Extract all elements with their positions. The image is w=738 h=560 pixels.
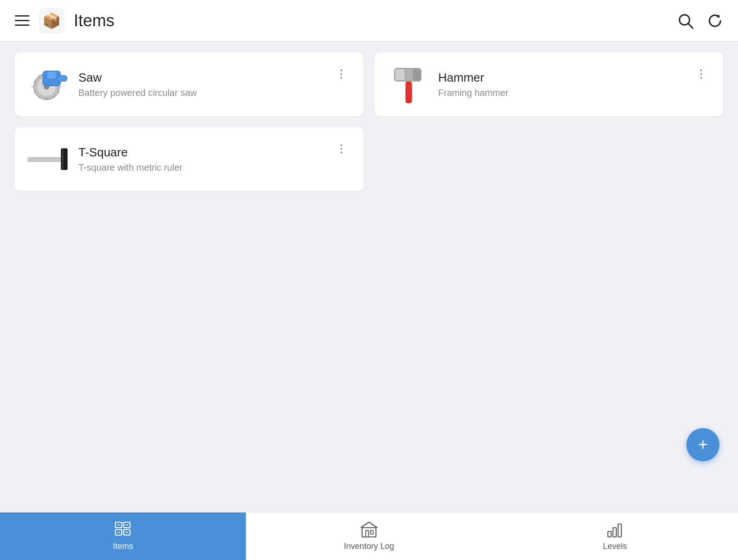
tsquare-icon bbox=[28, 138, 69, 180]
nav-inventory-log[interactable]: Inventory Log bbox=[246, 512, 492, 560]
svg-rect-26 bbox=[405, 81, 412, 103]
inventory-log-nav-icon bbox=[360, 521, 378, 538]
svg-rect-51 bbox=[608, 531, 611, 537]
saw-info: Saw Battery powered circular saw bbox=[78, 71, 323, 98]
svg-rect-49 bbox=[366, 530, 369, 537]
nav-levels-label: Levels bbox=[603, 542, 627, 551]
svg-rect-1 bbox=[15, 20, 30, 21]
page-title: Items bbox=[74, 11, 114, 30]
item-card-hammer[interactable]: Hammer Framing hammer ⋮ bbox=[375, 53, 723, 116]
items-grid: Saw Battery powered circular saw ⋮ bbox=[0, 42, 738, 213]
svg-rect-48 bbox=[362, 528, 376, 537]
hammer-image bbox=[390, 64, 427, 105]
item-card-tsquare[interactable]: T-Square T-square with metric ruler ⋮ bbox=[15, 127, 363, 191]
app-icon: 📦 bbox=[39, 8, 65, 34]
svg-rect-52 bbox=[613, 528, 616, 537]
svg-rect-39 bbox=[62, 149, 64, 170]
hammer-description: Framing hammer bbox=[438, 88, 683, 98]
tsquare-info: T-Square T-square with metric ruler bbox=[78, 145, 323, 173]
hammer-icon bbox=[387, 64, 429, 105]
refresh-icon bbox=[707, 12, 723, 29]
tsquare-menu-button[interactable]: ⋮ bbox=[332, 138, 351, 159]
saw-icon bbox=[28, 64, 69, 105]
svg-rect-24 bbox=[48, 72, 56, 78]
saw-description: Battery powered circular saw bbox=[78, 88, 323, 98]
hamburger-icon bbox=[15, 15, 30, 26]
nav-items-label: Items bbox=[113, 542, 133, 551]
add-item-fab[interactable]: + bbox=[686, 428, 720, 461]
svg-rect-53 bbox=[618, 524, 621, 537]
bottom-navigation: Items Inventory Log Levels bbox=[0, 512, 738, 560]
nav-items[interactable]: Items bbox=[0, 512, 246, 560]
tsquare-description: T-square with metric ruler bbox=[78, 162, 323, 173]
svg-rect-50 bbox=[370, 530, 373, 534]
refresh-button[interactable] bbox=[707, 12, 723, 29]
saw-name: Saw bbox=[78, 71, 323, 85]
search-button[interactable] bbox=[677, 12, 694, 29]
nav-levels[interactable]: Levels bbox=[492, 512, 738, 560]
tsquare-image bbox=[28, 145, 69, 173]
item-card-saw[interactable]: Saw Battery powered circular saw ⋮ bbox=[15, 53, 363, 116]
menu-button[interactable] bbox=[15, 15, 30, 26]
header-left: 📦 Items bbox=[15, 8, 677, 34]
svg-rect-25 bbox=[57, 76, 67, 81]
search-icon bbox=[677, 12, 694, 29]
tsquare-name: T-Square bbox=[78, 145, 323, 160]
levels-nav-icon bbox=[606, 521, 624, 538]
header-actions bbox=[677, 12, 723, 29]
svg-rect-29 bbox=[413, 69, 420, 80]
header: 📦 Items bbox=[0, 0, 738, 42]
hammer-info: Hammer Framing hammer bbox=[438, 71, 683, 98]
svg-rect-2 bbox=[15, 24, 30, 26]
saw-menu-button[interactable]: ⋮ bbox=[332, 64, 351, 84]
hammer-menu-button[interactable]: ⋮ bbox=[692, 64, 710, 84]
nav-inventory-log-label: Inventory Log bbox=[344, 542, 394, 551]
svg-rect-28 bbox=[395, 69, 405, 80]
plus-icon: + bbox=[698, 436, 708, 453]
hammer-name: Hammer bbox=[438, 71, 683, 85]
items-nav-icon bbox=[114, 521, 132, 538]
saw-image bbox=[29, 67, 68, 102]
svg-rect-0 bbox=[15, 15, 30, 17]
svg-line-4 bbox=[688, 24, 693, 28]
